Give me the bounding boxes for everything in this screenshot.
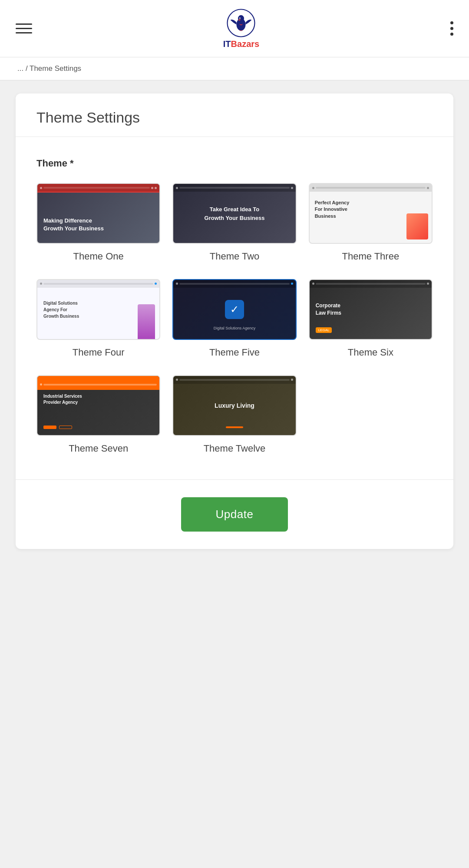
app-header: ITBazars: [0, 0, 469, 57]
hamburger-menu[interactable]: [16, 23, 32, 33]
theme-six-label: Theme Six: [348, 346, 393, 359]
theme-settings-card: Theme Settings Theme * Making Difference…: [16, 93, 453, 549]
card-body: Theme * Making DifferenceGrowth Your Bus…: [16, 137, 453, 479]
theme-thumbnail-three[interactable]: Perfect AgencyFor InnovativeBusiness: [309, 183, 433, 244]
theme-item-one[interactable]: Making DifferenceGrowth Your Business Th…: [36, 183, 160, 263]
theme-two-label: Theme Two: [210, 250, 260, 263]
theme-four-label: Theme Four: [73, 346, 125, 359]
theme-item-five[interactable]: ✓ Digital Solutions Agency Theme Five: [172, 279, 296, 359]
svg-point-2: [238, 15, 244, 22]
logo-text: ITBazars: [223, 39, 259, 49]
theme-field-label: Theme *: [36, 158, 433, 169]
theme-one-preview-text: Making DifferenceGrowth Your Business: [43, 217, 104, 233]
theme-five-preview-text: Digital Solutions Agency: [214, 326, 256, 330]
theme-three-label: Theme Three: [342, 250, 400, 263]
page-title: Theme Settings: [36, 109, 433, 126]
update-button[interactable]: Update: [181, 497, 288, 532]
theme-two-preview-text: Take Great Idea ToGrowth Your Business: [205, 205, 265, 222]
theme-four-preview-text: Digital SolutionsAgency ForGrowth Busine…: [43, 299, 79, 319]
theme-thumbnail-five[interactable]: ✓ Digital Solutions Agency: [172, 279, 296, 340]
more-options-button[interactable]: [450, 21, 453, 36]
theme-item-twelve[interactable]: Luxury Living Theme Twelve: [172, 375, 296, 456]
logo-icon: [226, 8, 256, 38]
main-content: Theme Settings Theme * Making Difference…: [0, 80, 469, 562]
theme-thumbnail-one[interactable]: Making DifferenceGrowth Your Business: [36, 183, 160, 244]
theme-grid: Making DifferenceGrowth Your Business Th…: [36, 183, 433, 455]
theme-item-seven[interactable]: Industrial ServicesProvider Agency Theme…: [36, 375, 160, 456]
theme-seven-label: Theme Seven: [69, 442, 128, 456]
theme-item-four[interactable]: Digital SolutionsAgency ForGrowth Busine…: [36, 279, 160, 359]
theme-five-label: Theme Five: [209, 346, 260, 359]
theme-thumbnail-four[interactable]: Digital SolutionsAgency ForGrowth Busine…: [36, 279, 160, 340]
theme-six-preview-text: CorporateLaw Firms: [316, 302, 341, 317]
theme-seven-preview-text: Industrial ServicesProvider Agency: [43, 393, 82, 406]
svg-point-4: [240, 18, 241, 19]
theme-twelve-label: Theme Twelve: [204, 442, 266, 456]
theme-thumbnail-two[interactable]: Take Great Idea ToGrowth Your Business: [172, 183, 296, 244]
theme-thumbnail-twelve[interactable]: Luxury Living: [172, 375, 296, 436]
theme-item-two[interactable]: Take Great Idea ToGrowth Your Business T…: [172, 183, 296, 263]
theme-item-three[interactable]: Perfect AgencyFor InnovativeBusiness The…: [309, 183, 433, 263]
logo: ITBazars: [223, 8, 259, 49]
theme-thumbnail-seven[interactable]: Industrial ServicesProvider Agency: [36, 375, 160, 436]
theme-thumbnail-six[interactable]: CorporateLaw Firms LEGAL: [309, 279, 433, 340]
card-header: Theme Settings: [16, 93, 453, 137]
theme-five-selected-check: ✓: [225, 300, 244, 319]
theme-one-label: Theme One: [73, 250, 124, 263]
card-footer: Update: [16, 479, 453, 549]
breadcrumb: ... / Theme Settings: [0, 57, 469, 80]
theme-six-badge: LEGAL: [316, 327, 332, 333]
theme-item-six[interactable]: CorporateLaw Firms LEGAL Theme Six: [309, 279, 433, 359]
theme-twelve-preview-text: Luxury Living: [215, 402, 254, 409]
